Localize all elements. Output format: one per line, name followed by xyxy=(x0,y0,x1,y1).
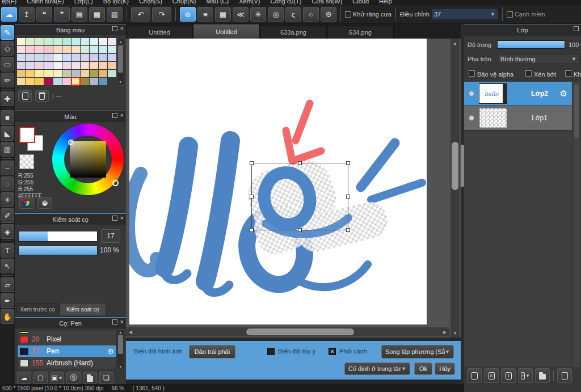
palette-swatch[interactable] xyxy=(17,70,26,77)
bucket-tool[interactable]: ◣ xyxy=(1,126,14,141)
history-button[interactable]: ▦ xyxy=(89,7,105,22)
palette-swatch[interactable] xyxy=(35,38,44,45)
anchor-dropdown[interactable]: Cố định ở trung tâm ▼ xyxy=(344,363,410,375)
palette-swatch[interactable] xyxy=(26,62,35,69)
color-wheel[interactable] xyxy=(52,124,124,195)
popup-window-icon[interactable] xyxy=(112,113,117,118)
eraser-tool[interactable]: ◇ xyxy=(1,41,14,56)
palette-swatch[interactable] xyxy=(62,70,71,77)
snap-off-button[interactable]: ⊘ xyxy=(180,7,196,22)
palette-swatch[interactable] xyxy=(108,62,116,69)
document-tab[interactable]: Untitled xyxy=(193,24,260,39)
palette-swatch[interactable] xyxy=(53,38,62,45)
transform-selection-box[interactable] xyxy=(251,163,348,230)
canvas-settings-button[interactable]: ▧ xyxy=(107,7,123,22)
snap-parallel-button[interactable]: ≡ xyxy=(197,7,213,22)
palette-swatch[interactable] xyxy=(99,38,107,45)
script-brush-button[interactable]: Ⓢ xyxy=(66,372,81,384)
select-eraser-tool[interactable]: ◈ xyxy=(1,224,14,239)
palette-swatch[interactable] xyxy=(17,78,26,85)
sv-selector[interactable] xyxy=(68,140,74,145)
palette-swatch[interactable] xyxy=(35,54,44,61)
transparent-color-swatch[interactable] xyxy=(19,154,34,169)
cancel-button[interactable]: Hủy xyxy=(435,363,455,375)
add-layer-button[interactable] xyxy=(467,368,482,383)
snap-concentric-button[interactable]: ◎ xyxy=(268,7,284,22)
cloud-sync-button[interactable]: ☁ xyxy=(1,7,17,22)
scrollbar-thumb[interactable] xyxy=(246,328,354,335)
magic-wand-tool[interactable]: ✳ xyxy=(1,192,14,207)
palette-swatch[interactable] xyxy=(81,70,89,77)
brush-row[interactable]: 20 Pixel xyxy=(18,334,116,345)
snap-vanishing-button[interactable]: ≪ xyxy=(233,7,249,22)
marquee-tool[interactable]: ▭ xyxy=(1,57,14,71)
palette-swatch[interactable] xyxy=(81,78,89,85)
duplicate-layer-button[interactable] xyxy=(557,368,572,383)
tab-brush-preview[interactable]: Xem trước cọ xyxy=(16,303,59,315)
palette-swatch[interactable] xyxy=(62,38,71,45)
free-transform-checkbox[interactable] xyxy=(267,348,275,355)
palette-mode-button[interactable] xyxy=(19,197,34,209)
gear-icon[interactable]: ⚙ xyxy=(107,347,114,356)
document-button[interactable]: ▤ xyxy=(71,7,87,22)
soft-edge-checkbox[interactable] xyxy=(507,11,513,18)
palette-swatch[interactable] xyxy=(71,46,80,53)
duplicate-brush-button[interactable]: ❏ xyxy=(99,372,113,384)
layer-row[interactable]: hello Lớp2 ⚙ xyxy=(464,82,572,106)
layer-opacity-slider[interactable] xyxy=(497,40,565,49)
palette-swatch[interactable] xyxy=(17,46,26,53)
palette-swatch[interactable] xyxy=(26,70,35,77)
palette-swatch[interactable] xyxy=(35,46,44,53)
palette-swatch[interactable] xyxy=(99,70,107,77)
menu-item[interactable]: Công cụ(T) xyxy=(270,0,301,5)
scrollbar-thumb[interactable] xyxy=(574,84,579,138)
handle-bottom-left[interactable] xyxy=(250,228,254,232)
hand-tool[interactable]: ✋ xyxy=(1,309,14,324)
lock-checkbox[interactable] xyxy=(565,70,571,77)
handle-mid-left[interactable] xyxy=(250,195,254,199)
handle-top-left[interactable] xyxy=(250,161,254,165)
menu-item[interactable]: Cloud xyxy=(352,0,369,5)
popup-window-icon[interactable] xyxy=(574,26,579,31)
scroll-left-icon[interactable]: ◀ xyxy=(126,327,135,336)
menu-item[interactable]: Chỉnh sửa(E) xyxy=(27,0,64,5)
layer-visibility-icon[interactable] xyxy=(469,115,474,121)
palette-swatch[interactable] xyxy=(108,70,116,77)
document-tab[interactable]: Untitled xyxy=(126,25,193,39)
curve-pen-tool[interactable]: ✒ xyxy=(1,293,14,308)
document-tab[interactable]: 634.png xyxy=(327,25,394,39)
brush-size-value[interactable]: 17 xyxy=(101,229,120,243)
text-tool[interactable]: T xyxy=(1,243,14,258)
color-mode-button[interactable] xyxy=(37,197,52,209)
adjust-dropdown[interactable]: 37 ▼ xyxy=(431,9,498,20)
palette-swatch[interactable] xyxy=(71,78,80,85)
close-icon[interactable]: × xyxy=(120,113,124,118)
redo-button[interactable]: ↷ xyxy=(152,7,171,22)
palette-swatch[interactable] xyxy=(108,46,116,53)
palette-swatch[interactable] xyxy=(44,54,53,61)
canvas-horizontal-scrollbar[interactable]: ◀ ▶ xyxy=(126,327,449,336)
menu-item[interactable]: ệp(F) xyxy=(2,0,16,5)
palette-swatch[interactable] xyxy=(71,54,80,61)
palette-swatch[interactable] xyxy=(62,62,71,69)
handle-top-right[interactable] xyxy=(346,161,350,165)
palette-swatch[interactable] xyxy=(35,70,44,77)
close-icon[interactable]: × xyxy=(120,319,124,324)
palette-swatch[interactable] xyxy=(26,46,35,53)
palette-swatch[interactable] xyxy=(90,78,98,85)
menu-item[interactable]: Xem(V) xyxy=(239,0,260,5)
canvas-vertical-scrollbar[interactable]: ▲ ▼ xyxy=(451,39,460,338)
palette-swatch[interactable] xyxy=(81,46,89,53)
palette-swatch[interactable] xyxy=(35,78,44,85)
correction-pen-tool[interactable]: ✏ xyxy=(1,73,14,87)
palette-swatch[interactable] xyxy=(62,54,71,61)
protect-alpha-checkbox[interactable] xyxy=(469,70,475,77)
popup-window-icon[interactable] xyxy=(112,319,117,324)
copy-brush-button[interactable]: ▣▼ xyxy=(50,372,64,384)
undo-button[interactable]: ↶ xyxy=(131,7,150,22)
canvas-viewport[interactable]: ▲ ▼ ◀ ▶ xyxy=(126,39,461,338)
cloud-brush-button[interactable]: ☁ xyxy=(17,372,31,384)
menu-item[interactable]: Chọn(S) xyxy=(139,0,162,5)
palette-swatch[interactable] xyxy=(99,54,107,61)
palette-swatch[interactable] xyxy=(71,70,80,77)
